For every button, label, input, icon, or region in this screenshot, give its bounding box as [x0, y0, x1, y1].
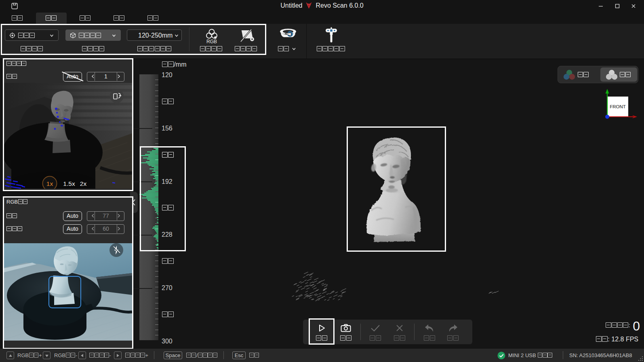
svg-text:FRONT: FRONT	[610, 104, 626, 109]
svg-text:1x: 1x	[46, 180, 53, 187]
svg-text:1.5x: 1.5x	[63, 180, 75, 187]
svg-text:2x: 2x	[80, 180, 87, 187]
svg-text:RGB: RGB	[206, 39, 217, 44]
